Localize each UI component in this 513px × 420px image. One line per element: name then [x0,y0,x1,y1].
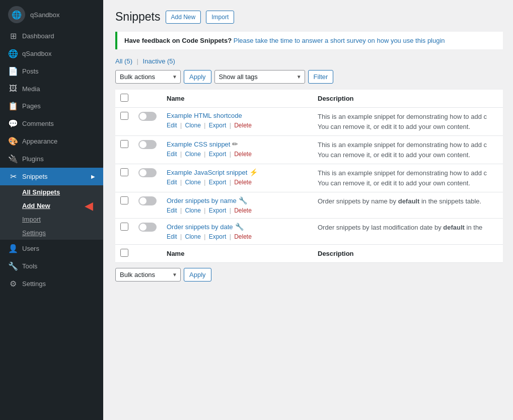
edit-link-1[interactable]: Edit [167,122,177,129]
row-checkbox-4[interactable] [120,196,128,204]
snippet-name-5[interactable]: Order snippets by date🔧 [167,223,308,231]
snippet-desc-line2-3: You can remove it, or edit it to add you… [318,179,470,187]
import-button[interactable]: Import [206,11,234,24]
snippet-desc-line1-1: This is an example snippet for demonstra… [318,113,487,120]
export-link-5[interactable]: Export [209,233,227,240]
snippet-type-icon: ✏ [232,140,238,148]
sidebar-item-label: qSandbox [22,50,52,57]
bulk-actions-select[interactable]: Bulk actions Activate Deactivate Delete [115,70,181,84]
bottom-bulk-actions-select[interactable]: Bulk actions Activate Deactivate Delete [115,268,181,282]
snippet-desc-line1-3: This is an example snippet for demonstra… [318,169,487,177]
sidebar-item-users[interactable]: 👤 Users [0,240,103,257]
sidebar-item-settings[interactable]: ⚙ Settings [0,275,103,293]
clone-link-1[interactable]: Clone [185,122,200,129]
snippet-type-icon: 🔧 [239,196,247,204]
row-toggle-4[interactable] [138,196,157,205]
col-toggle-footer [133,245,162,263]
snippet-name-2[interactable]: Example CSS snippet✏ [167,140,308,148]
sidebar-item-posts[interactable]: 📄 Posts [0,62,103,80]
snippet-name-4[interactable]: Order snippets by name🔧 [167,196,308,204]
add-new-button[interactable]: Add New [166,11,201,24]
sidebar-item-label: Tools [22,262,37,270]
main-content: Snippets Add New Import Have feedback on… [103,0,513,420]
select-all-checkbox[interactable] [120,94,128,102]
posts-icon: 📄 [8,66,18,76]
edit-link-4[interactable]: Edit [167,207,177,214]
sidebar-item-label: Pages [22,102,41,110]
site-name: qSandbox [30,11,60,19]
filter-button[interactable]: Filter [308,70,334,84]
edit-link-3[interactable]: Edit [167,179,177,186]
bottom-toolbar: Bulk actions Activate Deactivate Delete … [115,263,503,282]
sidebar-item-appearance[interactable]: 🎨 Appearance [0,132,103,150]
export-link-3[interactable]: Export [209,179,227,186]
row-checkbox-2[interactable] [120,140,128,148]
export-link-2[interactable]: Export [209,151,227,158]
edit-link-5[interactable]: Edit [167,233,177,240]
submenu-add-new[interactable]: Add New [0,199,103,213]
submenu-settings[interactable]: Settings [0,226,103,240]
row-toggle-3[interactable] [138,168,157,177]
clone-link-2[interactable]: Clone [185,151,200,158]
col-toggle-header [133,90,162,108]
row-toggle-2[interactable] [138,140,157,149]
sidebar-item-pages[interactable]: 📋 Pages [0,97,103,115]
bottom-bulk-actions-select-wrap: Bulk actions Activate Deactivate Delete … [115,268,181,282]
row-checkbox-3[interactable] [120,168,128,176]
row-toggle-1[interactable] [138,112,157,121]
submenu-all-snippets[interactable]: All Snippets [0,185,103,199]
page-title: Snippets [115,10,161,24]
sidebar-item-label: Posts [22,67,39,75]
sidebar-item-comments[interactable]: 💬 Comments [0,115,103,132]
sidebar-item-tools[interactable]: 🔧 Tools [0,257,103,275]
export-link-1[interactable]: Export [209,122,227,129]
col-desc-header: Description [313,90,503,108]
snippet-desc-line2-2: You can remove it, or edit it to add you… [318,151,470,159]
sidebar-item-label: Comments [22,120,54,127]
bottom-apply-button[interactable]: Apply [184,268,211,282]
snippets-icon: ✂ [8,172,18,181]
submenu-import[interactable]: Import [0,213,103,226]
sidebar-item-label: Dashboard [22,32,54,40]
clone-link-5[interactable]: Clone [185,233,200,240]
site-logo[interactable]: 🌐 qSandbox [0,0,103,27]
snippet-name-1[interactable]: Example HTML shortcode [167,112,308,119]
apply-button[interactable]: Apply [184,70,211,84]
row-checkbox-5[interactable] [120,223,128,231]
export-link-4[interactable]: Export [209,207,227,214]
filter-inactive-link[interactable]: Inactive (5) [143,57,175,65]
top-toolbar: Bulk actions Activate Deactivate Delete … [115,70,503,84]
select-all-footer-checkbox[interactable] [120,249,128,257]
row-toggle-5[interactable] [138,223,157,232]
sidebar-item-label: Settings [22,280,46,288]
snippet-desc-line1-2: This is an example snippet for demonstra… [318,141,487,149]
delete-link-2[interactable]: Delete [234,151,252,158]
delete-link-3[interactable]: Delete [234,179,252,186]
sidebar-item-label: Media [22,85,40,93]
sidebar-item-qsandbox[interactable]: 🌐 qSandbox [0,45,103,62]
sidebar-item-label: Users [22,245,39,252]
tags-select[interactable]: Show all tags [214,70,305,84]
tags-select-wrap: Show all tags ▼ [214,70,305,84]
col-desc-footer: Description [313,245,503,263]
snippet-actions-2: Edit | Clone | Export | Delete [167,151,252,158]
sidebar-item-dashboard[interactable]: ⊞ Dashboard [0,27,103,45]
edit-link-2[interactable]: Edit [167,151,177,158]
clone-link-3[interactable]: Clone [185,179,200,186]
delete-link-1[interactable]: Delete [234,122,252,129]
sidebar-item-snippets[interactable]: ✂ Snippets ▶ [0,168,103,185]
snippet-type-icon: 🔧 [235,223,244,231]
clone-link-4[interactable]: Clone [185,207,200,214]
snippet-name-3[interactable]: Example JavaScript snippet⚡ [167,168,308,176]
table-row: Example HTML shortcode Edit | Clone | Ex… [115,108,503,136]
collapse-icon: ▶ [91,174,95,179]
filter-all-link[interactable]: All (5) [115,57,132,65]
row-checkbox-1[interactable] [120,112,128,120]
sidebar-item-plugins[interactable]: 🔌 Plugins [0,150,103,168]
sidebar-item-media[interactable]: 🖼 Media [0,80,103,97]
delete-link-4[interactable]: Delete [234,207,252,214]
feedback-link[interactable]: Please take the time to answer a short s… [234,37,445,44]
tools-icon: 🔧 [8,261,18,271]
delete-link-5[interactable]: Delete [234,233,252,240]
snippet-type-icon: ⚡ [249,168,258,176]
